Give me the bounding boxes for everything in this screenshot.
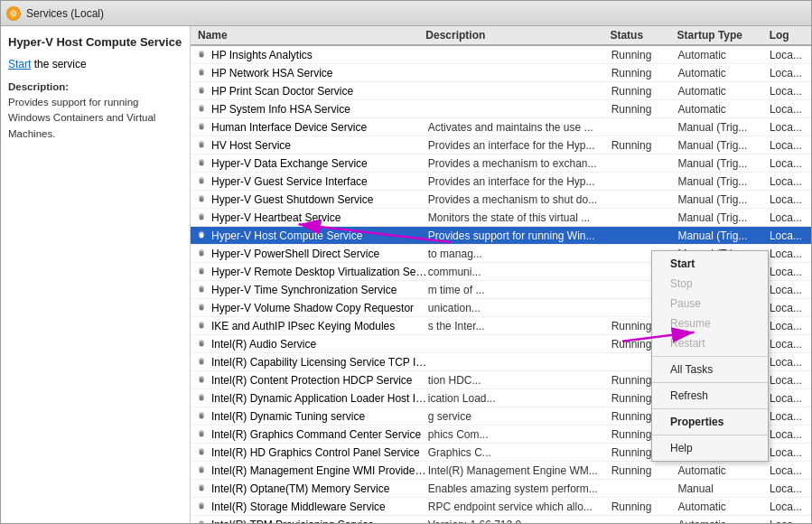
service-log-on: Loca... <box>770 338 811 351</box>
gear-icon <box>194 337 209 351</box>
service-log-on: Loca... <box>770 49 811 61</box>
service-startup-type: Manual (Trig... <box>677 121 769 134</box>
service-row[interactable]: HP Insights AnalyticsRunningAutomaticLoc… <box>191 46 811 64</box>
service-description: communi... <box>428 266 611 278</box>
window-title: Services (Local) <box>26 7 104 20</box>
service-log-on: Loca... <box>770 320 811 332</box>
service-row[interactable]: HP System Info HSA ServiceRunningAutomat… <box>191 100 811 118</box>
gear-icon <box>194 409 209 424</box>
service-description: to manag... <box>428 248 611 260</box>
service-name: HP Network HSA Service <box>211 67 428 80</box>
service-name: Intel(R) Dynamic Tuning service <box>211 410 428 423</box>
gear-icon <box>194 66 209 80</box>
start-link[interactable]: Start <box>8 58 31 70</box>
start-suffix: the service <box>31 58 86 70</box>
service-status: Running <box>611 103 678 116</box>
service-log-on: Loca... <box>770 67 811 80</box>
service-startup-type: Automatic <box>677 519 769 524</box>
service-row[interactable]: HP Print Scan Doctor ServiceRunningAutom… <box>191 82 811 100</box>
service-log-on: Loca... <box>770 193 811 206</box>
context-menu: Start Stop Pause Resume Restart All Task… <box>651 250 769 462</box>
service-startup-type: Automatic <box>677 67 769 80</box>
gear-icon <box>194 84 209 98</box>
service-description: Monitors the state of this virtual ... <box>428 211 611 224</box>
description-text: Provides support for running Windows Con… <box>8 97 155 139</box>
gear-icon <box>194 319 209 333</box>
service-row[interactable]: Hyper-V Guest Service InterfaceProvides … <box>191 173 811 191</box>
gear-icon <box>194 120 209 135</box>
service-log-on: Loca... <box>770 501 811 513</box>
col-header-log[interactable]: Log <box>770 29 811 42</box>
service-status: Running <box>611 139 678 152</box>
service-log-on: Loca... <box>770 121 811 134</box>
service-row[interactable]: Hyper-V Heartbeat ServiceMonitors the st… <box>191 209 811 227</box>
service-name: Intel(R) Content Protection HDCP Service <box>211 374 428 387</box>
service-startup-type: Automatic <box>677 501 769 513</box>
gear-icon <box>194 229 209 243</box>
service-row[interactable]: Hyper-V Guest Shutdown ServiceProvides a… <box>191 191 811 209</box>
ctx-refresh[interactable]: Refresh <box>652 386 768 406</box>
ctx-properties[interactable]: Properties <box>652 412 768 432</box>
service-description: tion HDC... <box>428 374 611 387</box>
service-name: Intel(R) Graphics Command Center Service <box>211 428 428 441</box>
service-log-on: Loca... <box>770 248 811 260</box>
ctx-all-tasks[interactable]: All Tasks <box>652 360 768 379</box>
col-header-status[interactable]: Status <box>610 29 677 42</box>
service-description: RPC endpoint service which allo... <box>428 501 611 513</box>
gear-icon <box>194 265 209 279</box>
ctx-restart: Restart <box>652 333 768 353</box>
service-row[interactable]: Hyper-V Data Exchange ServiceProvides a … <box>191 154 811 173</box>
service-name: Intel(R) TPM Provisioning Service <box>211 519 428 524</box>
service-row[interactable]: Intel(R) Storage Middleware ServiceRPC e… <box>191 498 811 516</box>
gear-icon <box>194 500 209 514</box>
service-description: Provides a mechanism to exchan... <box>428 157 611 170</box>
service-description: Provides support for running Win... <box>428 229 611 242</box>
service-row[interactable]: Hyper-V Host Compute ServiceProvides sup… <box>191 227 811 245</box>
service-description: Intel(R) Management Engine WM... <box>428 464 611 477</box>
service-name: Intel(R) Dynamic Application Loader Host… <box>211 392 428 405</box>
service-description: s the Inter... <box>428 320 611 332</box>
service-row[interactable]: Intel(R) Optane(TM) Memory ServiceEnable… <box>191 480 811 498</box>
app-icon: ⚙ <box>6 6 21 21</box>
ctx-start[interactable]: Start <box>652 254 768 274</box>
col-header-name[interactable]: Name <box>191 29 425 42</box>
gear-icon <box>194 247 209 261</box>
service-row[interactable]: Intel(R) TPM Provisioning ServiceVersion… <box>191 516 811 523</box>
gear-icon <box>194 518 209 524</box>
service-row[interactable]: Human Interface Device ServiceActivates … <box>191 118 811 136</box>
service-log-on: Loca... <box>770 139 811 152</box>
service-log-on: Loca... <box>770 446 811 459</box>
gear-icon <box>194 48 209 62</box>
service-row[interactable]: HP Network HSA ServiceRunningAutomaticLo… <box>191 64 811 82</box>
ctx-help[interactable]: Help <box>652 438 768 458</box>
service-startup-type: Manual (Trig... <box>677 193 769 206</box>
service-log-on: Loca... <box>770 464 811 477</box>
service-description: phics Com... <box>428 428 611 441</box>
service-row[interactable]: HV Host ServiceProvides an interface for… <box>191 136 811 154</box>
gear-icon <box>194 482 209 496</box>
service-description: Provides a mechanism to shut do... <box>428 193 611 206</box>
service-name: HP Insights Analytics <box>211 49 428 61</box>
col-header-description[interactable]: Description <box>425 29 610 42</box>
gear-icon <box>194 463 209 478</box>
service-log-on: Loca... <box>770 302 811 314</box>
service-row[interactable]: Intel(R) Management Engine WMI Provider … <box>191 462 811 480</box>
service-name: Hyper-V Data Exchange Service <box>211 157 428 170</box>
gear-icon <box>194 427 209 442</box>
service-log-on: Loca... <box>770 103 811 116</box>
service-name: Hyper-V Time Synchronization Service <box>211 284 428 296</box>
service-description: unication... <box>428 302 611 314</box>
service-log-on: Loca... <box>770 266 811 278</box>
col-header-startup[interactable]: Startup Type <box>677 29 770 42</box>
service-log-on: Loca... <box>770 392 811 405</box>
ctx-stop: Stop <box>652 274 768 294</box>
service-status: Running <box>611 49 678 61</box>
service-status: Running <box>611 67 678 80</box>
service-status: Running <box>611 501 678 513</box>
service-description: ication Load... <box>428 392 611 405</box>
sidebar-start-action: Start the service <box>8 58 182 70</box>
service-name: Intel(R) Audio Service <box>211 338 428 351</box>
gear-icon <box>194 174 209 189</box>
gear-icon <box>194 373 209 388</box>
services-window: ⚙ Services (Local) Hyper-V Host Compute … <box>0 0 812 524</box>
